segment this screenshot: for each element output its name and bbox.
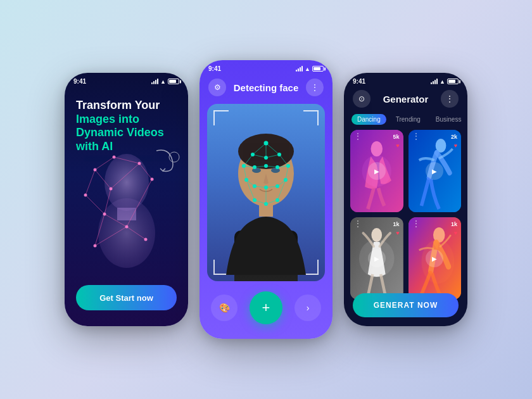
svg-point-18	[112, 156, 115, 159]
svg-point-65	[253, 184, 256, 188]
face-mesh-svg	[207, 104, 325, 281]
video-card-2[interactable]: ⋮ 2k ♥ ▶	[408, 130, 462, 212]
svg-point-22	[103, 213, 106, 216]
videos-grid: ⋮ 5k ♥ ▶	[344, 130, 467, 300]
svg-point-23	[125, 225, 128, 229]
hero-text: Transform Your Images into Dynamic Video…	[76, 99, 177, 153]
svg-point-21	[109, 187, 112, 191]
color-picker-button[interactable]: 🎨	[211, 294, 238, 321]
battery-icon	[168, 79, 179, 84]
svg-point-72	[370, 141, 383, 156]
video-card-4[interactable]: ⋮ 1k ♥ ▶	[408, 217, 462, 300]
right-top-bar: ⊙ Generator ⋮	[344, 87, 467, 111]
svg-point-25	[93, 244, 96, 248]
svg-point-3	[98, 198, 155, 268]
play-button-3[interactable]: ▶	[368, 250, 386, 267]
generator-title: Generator	[383, 94, 429, 104]
status-bar-right: 9:41 ▲	[344, 73, 467, 87]
view-count-4: 1k	[451, 221, 457, 227]
svg-line-15	[86, 170, 95, 195]
generate-label: GENERAT NOW	[374, 301, 438, 310]
svg-point-64	[284, 178, 288, 182]
svg-point-70	[264, 202, 268, 206]
view-count-2: 2k	[451, 134, 457, 140]
video-card-1[interactable]: ⋮ 5k ♥ ▶	[350, 130, 403, 212]
more-icon-1[interactable]: ⋮	[354, 134, 362, 139]
center-top-bar: ⚙ Detecting face ⋮	[200, 75, 332, 101]
heart-icon-4[interactable]: ♥	[454, 230, 457, 236]
svg-point-59	[253, 165, 256, 169]
battery-right-icon	[447, 79, 459, 84]
status-icons-right: ▲	[431, 79, 459, 85]
video-card-3[interactable]: ⋮ 1k ♥ ▶	[350, 217, 403, 300]
more-center-icon[interactable]: ⋮	[306, 79, 324, 96]
heart-icon-1[interactable]: ♥	[396, 142, 399, 149]
play-button-2[interactable]: ▶	[426, 162, 443, 180]
phones-container: 9:41 ▲ Transform Your Images into Dynami…	[52, 48, 480, 352]
status-bar-center: 9:41 ▲	[200, 60, 332, 75]
svg-point-54	[264, 141, 269, 146]
generate-button[interactable]: GENERAT NOW	[353, 293, 459, 317]
svg-point-57	[264, 156, 268, 160]
svg-point-58	[242, 164, 246, 168]
tab-dancing[interactable]: Dancing	[352, 114, 386, 125]
hero-colored: Images into Dynamic Videos with AI	[76, 113, 164, 153]
status-bar-left: 9:41 ▲	[65, 73, 188, 87]
more-icon-2[interactable]: ⋮	[412, 134, 420, 139]
camera-controls: 🎨 + ›	[200, 285, 332, 331]
svg-point-63	[244, 178, 248, 182]
play-button-4[interactable]: ▶	[426, 250, 443, 267]
camera-view	[207, 104, 325, 281]
view-count-1: 5k	[393, 134, 399, 140]
svg-point-55	[251, 153, 255, 156]
svg-point-20	[150, 178, 153, 181]
heart-icon-3[interactable]: ♥	[396, 230, 399, 236]
phone-center: 9:41 ▲ ⚙ Detecting face ⋮	[200, 60, 332, 339]
signal-icon	[151, 79, 158, 84]
tabs-row: Dancing Trending Business Teaching	[344, 111, 467, 130]
status-icons-left: ▲	[151, 79, 179, 85]
wifi-right-icon: ▲	[440, 79, 445, 85]
hero-white: Transform Your	[76, 99, 160, 111]
battery-center-icon	[312, 66, 324, 72]
detecting-title: Detecting face	[234, 82, 299, 93]
add-button[interactable]: +	[250, 291, 282, 324]
get-start-button[interactable]: Get Start now	[76, 285, 177, 310]
svg-point-62	[286, 164, 290, 168]
time-right: 9:41	[353, 78, 365, 85]
svg-line-16	[86, 195, 104, 214]
svg-point-56	[277, 153, 281, 156]
left-content: Transform Your Images into Dynamic Video…	[65, 87, 188, 322]
next-button[interactable]: ›	[294, 294, 321, 321]
play-button-1[interactable]: ▶	[368, 162, 386, 180]
svg-point-26	[84, 194, 87, 197]
svg-point-66	[276, 184, 279, 188]
phone-left: 9:41 ▲ Transform Your Images into Dynami…	[65, 73, 188, 326]
signal-center-icon	[296, 66, 303, 72]
tab-trending[interactable]: Trending	[390, 114, 426, 125]
time-left: 9:41	[73, 78, 86, 85]
wifi-icon: ▲	[160, 79, 166, 85]
hero-title: Transform Your Images into Dynamic Video…	[76, 99, 177, 153]
svg-point-24	[144, 238, 147, 241]
statue-svg	[76, 144, 177, 284]
svg-point-69	[276, 198, 279, 202]
svg-point-60	[264, 164, 268, 168]
time-center: 9:41	[208, 65, 221, 72]
more-icon-4[interactable]: ⋮	[412, 221, 420, 226]
view-count-3: 1k	[393, 221, 399, 227]
heart-icon-2[interactable]: ♥	[454, 142, 457, 149]
svg-point-68	[253, 198, 256, 202]
camera-right-icon[interactable]: ⊙	[353, 90, 370, 108]
more-icon-3[interactable]: ⋮	[354, 221, 362, 226]
phone-right: 9:41 ▲ ⊙ Generator ⋮ Dancing Trending Bu…	[344, 73, 467, 326]
get-start-label: Get Start now	[99, 293, 153, 303]
tab-business[interactable]: Business	[430, 114, 467, 125]
status-icons-center: ▲	[296, 66, 324, 72]
signal-right-icon	[431, 79, 438, 84]
svg-point-19	[137, 162, 141, 165]
statue-image	[65, 144, 188, 284]
svg-point-17	[93, 168, 96, 172]
settings-icon[interactable]: ⚙	[208, 79, 226, 96]
more-right-icon[interactable]: ⋮	[441, 90, 459, 108]
